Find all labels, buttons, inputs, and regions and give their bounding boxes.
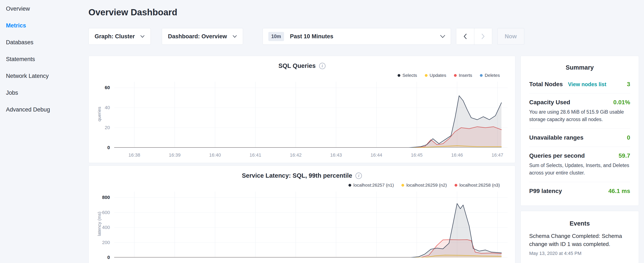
chart-legend: localhost:26257 (n1)localhost:26259 (n2)…: [89, 183, 515, 188]
chart-title: SQL Queries: [278, 62, 316, 69]
summary-label: Capacity Used: [529, 99, 570, 106]
summary-description: Sum of Selects, Updates, Inserts, and De…: [529, 162, 630, 176]
chart-plot[interactable]: [114, 191, 508, 257]
graph-scope-label: Graph: Cluster: [94, 33, 135, 40]
legend-item[interactable]: Updates: [425, 73, 446, 78]
summary-value: 3: [627, 81, 630, 88]
summary-label: Queries per second: [529, 152, 585, 159]
dashboard-dropdown-label: Dashboard: Overview: [168, 33, 227, 40]
sidebar-item-label: Overview: [6, 6, 30, 12]
sidebar-item-metrics[interactable]: Metrics: [0, 17, 79, 34]
legend-item[interactable]: Deletes: [480, 73, 500, 78]
chart-title-row: SQL Queries i: [89, 62, 515, 69]
x-tick-label: 16:41: [245, 262, 266, 263]
dashboard-controls: Graph: Cluster Dashboard: Overview 10m P…: [88, 28, 639, 45]
x-tick-label: 16:44: [366, 152, 387, 158]
summary-title: Summary: [529, 64, 630, 71]
x-tick-label: 16:38: [124, 152, 145, 158]
dashboard-dropdown[interactable]: Dashboard: Overview: [162, 28, 243, 45]
sidebar-item-label: Databases: [6, 39, 34, 46]
legend-dot-icon: [480, 74, 483, 77]
legend-item[interactable]: Selects: [398, 73, 417, 78]
legend-dot-icon: [454, 184, 457, 187]
main-content: Overview Dashboard Graph: Cluster Dashbo…: [79, 0, 644, 263]
y-tick-label: 20: [92, 125, 110, 130]
sidebar-item-jobs[interactable]: Jobs: [0, 85, 79, 101]
x-tick-label: 16:38: [124, 262, 145, 263]
sidebar-item-statements[interactable]: Statements: [0, 51, 79, 68]
time-step-buttons: [456, 28, 492, 45]
view-nodes-list-link[interactable]: View nodes list: [568, 81, 606, 87]
info-icon[interactable]: i: [319, 63, 326, 69]
sidebar-item-network-latency[interactable]: Network Latency: [0, 68, 79, 85]
y-tick-label: 200: [92, 240, 110, 245]
chart-legend: SelectsUpdatesInsertsDeletes: [89, 73, 515, 78]
x-tick-label: 16:42: [285, 152, 306, 158]
summary-panel: Summary Total Nodes View nodes list 3 Ca…: [520, 56, 639, 206]
sidebar-item-label: Network Latency: [6, 73, 49, 79]
now-button[interactable]: Now: [497, 28, 524, 45]
chart-title-row: Service Latency: SQL, 99th percentile i: [89, 172, 515, 179]
sidebar-item-databases[interactable]: Databases: [0, 34, 79, 51]
sidebar-item-advanced-debug[interactable]: Advanced Debug: [0, 101, 79, 118]
legend-dot-icon: [398, 74, 400, 77]
x-tick-label: 16:39: [164, 262, 186, 263]
x-tick-label: 16:45: [406, 152, 427, 158]
x-tick-label: 16:40: [204, 152, 226, 158]
legend-dot-icon: [454, 74, 457, 77]
chart-body: queries 020406016:3816:3916:4016:4116:42…: [89, 80, 515, 161]
summary-row-total-nodes: Total Nodes View nodes list 3: [529, 75, 630, 93]
event-text: Schema Change Completed: Schema change w…: [529, 232, 630, 248]
x-tick-label: 16:47: [487, 152, 508, 158]
summary-value: 59.7: [619, 152, 630, 159]
x-tick-label: 16:41: [245, 152, 266, 158]
summary-row-queries-per-second: Queries per second 59.7 Sum of Selects, …: [529, 147, 630, 182]
chevron-left-icon: [463, 34, 467, 39]
legend-item[interactable]: localhost:26257 (n1): [348, 183, 394, 188]
x-tick-label: 16:47: [487, 262, 508, 263]
time-range-label: Past 10 Minutes: [290, 33, 333, 40]
chevron-down-icon: [140, 35, 144, 38]
graph-scope-dropdown[interactable]: Graph: Cluster: [88, 28, 151, 45]
service-latency-chart-panel: Service Latency: SQL, 99th percentile i …: [88, 166, 515, 263]
summary-value: 0: [627, 134, 630, 141]
summary-description: You are using 28.6 MiB of 515.9 GiB usab…: [529, 108, 630, 123]
sql-queries-chart-panel: SQL Queries i SelectsUpdatesInsertsDelet…: [88, 56, 515, 163]
legend-dot-icon: [425, 74, 428, 77]
y-tick-label: 60: [92, 85, 110, 90]
x-tick-label: 16:45: [406, 262, 427, 263]
legend-item[interactable]: Inserts: [454, 73, 472, 78]
charts-column: SQL Queries i SelectsUpdatesInsertsDelet…: [88, 56, 515, 263]
y-tick-label: 0: [92, 145, 110, 150]
dashboard-content: SQL Queries i SelectsUpdatesInsertsDelet…: [88, 56, 639, 263]
legend-item[interactable]: localhost:26258 (n3): [454, 183, 500, 188]
chart-body: latency (ms) 020040060080016:3816:3916:4…: [89, 190, 515, 263]
x-tick-label: 16:46: [446, 152, 468, 158]
legend-dot-icon: [402, 184, 404, 187]
x-tick-label: 16:42: [285, 262, 306, 263]
events-title: Events: [529, 220, 630, 227]
x-tick-label: 16:44: [366, 262, 387, 263]
time-forward-button[interactable]: [474, 28, 492, 45]
chart-plot[interactable]: [114, 82, 508, 148]
chevron-down-icon: [440, 35, 445, 38]
sidebar-item-overview[interactable]: Overview: [0, 1, 79, 17]
time-range-picker[interactable]: 10m Past 10 Minutes: [262, 28, 451, 45]
info-icon[interactable]: i: [356, 173, 362, 179]
sidebar-item-label: Metrics: [6, 22, 26, 29]
x-tick-label: 16:40: [204, 262, 226, 263]
right-sidebar: Summary Total Nodes View nodes list 3 Ca…: [520, 56, 639, 263]
y-tick-label: 0: [92, 255, 110, 260]
sidebar-item-label: Advanced Debug: [6, 106, 50, 113]
x-tick-label: 16:46: [446, 262, 468, 263]
summary-value: 0.01%: [614, 99, 630, 106]
legend-dot-icon: [348, 184, 351, 187]
sidebar-item-label: Jobs: [6, 90, 18, 96]
x-tick-label: 16:43: [326, 262, 347, 263]
y-tick-label: 400: [92, 225, 110, 230]
time-back-button[interactable]: [456, 28, 474, 45]
x-tick-label: 16:39: [164, 152, 186, 158]
summary-row-unavailable-ranges: Unavailable ranges 0: [529, 129, 630, 147]
summary-label: Unavailable ranges: [529, 134, 584, 141]
legend-item[interactable]: localhost:26259 (n2): [402, 183, 447, 188]
